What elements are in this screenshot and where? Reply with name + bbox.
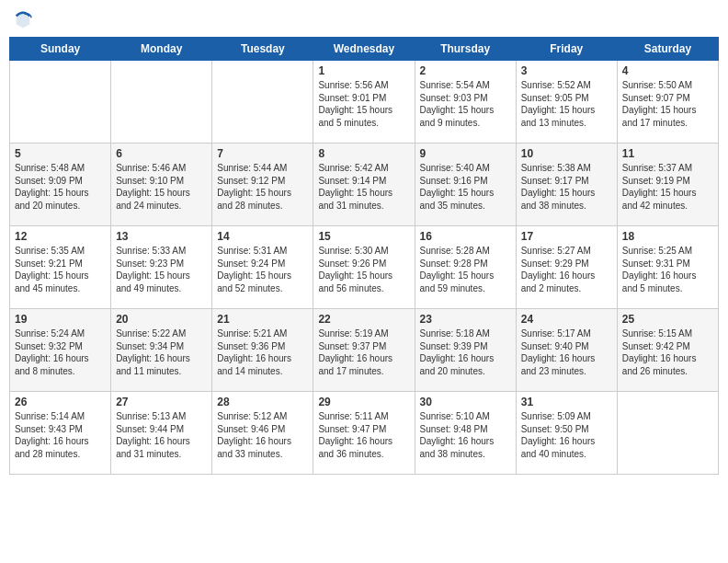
day-info: Sunrise: 5:09 AM Sunset: 9:50 PM Dayligh… xyxy=(521,410,612,460)
day-number: 7 xyxy=(217,147,308,160)
calendar-week-1: 1Sunrise: 5:56 AM Sunset: 9:01 PM Daylig… xyxy=(10,61,719,144)
day-number: 23 xyxy=(420,313,511,326)
day-number: 21 xyxy=(217,313,308,326)
day-number: 24 xyxy=(521,313,612,326)
day-info: Sunrise: 5:40 AM Sunset: 9:16 PM Dayligh… xyxy=(420,162,511,212)
day-number: 13 xyxy=(116,230,207,243)
day-number: 26 xyxy=(15,396,106,408)
header-row: SundayMondayTuesdayWednesdayThursdayFrid… xyxy=(10,38,719,61)
day-info: Sunrise: 5:50 AM Sunset: 9:07 PM Dayligh… xyxy=(622,79,713,129)
day-number: 3 xyxy=(521,64,612,77)
day-number: 31 xyxy=(521,396,612,408)
calendar-cell: 16Sunrise: 5:28 AM Sunset: 9:28 PM Dayli… xyxy=(415,226,516,309)
calendar-cell xyxy=(111,61,212,144)
calendar-cell: 17Sunrise: 5:27 AM Sunset: 9:29 PM Dayli… xyxy=(516,226,617,309)
day-info: Sunrise: 5:21 AM Sunset: 9:36 PM Dayligh… xyxy=(217,327,308,377)
calendar-cell xyxy=(212,61,313,144)
day-info: Sunrise: 5:33 AM Sunset: 9:23 PM Dayligh… xyxy=(116,245,207,294)
day-number: 28 xyxy=(217,396,308,408)
day-info: Sunrise: 5:22 AM Sunset: 9:34 PM Dayligh… xyxy=(116,327,207,377)
calendar-cell: 24Sunrise: 5:17 AM Sunset: 9:40 PM Dayli… xyxy=(516,309,617,392)
day-info: Sunrise: 5:35 AM Sunset: 9:21 PM Dayligh… xyxy=(15,245,106,294)
day-number: 2 xyxy=(420,64,511,77)
day-number: 27 xyxy=(116,396,207,408)
calendar-cell: 6Sunrise: 5:46 AM Sunset: 9:10 PM Daylig… xyxy=(111,144,212,226)
calendar-cell: 9Sunrise: 5:40 AM Sunset: 9:16 PM Daylig… xyxy=(415,144,516,226)
day-number: 4 xyxy=(622,64,713,77)
day-number: 12 xyxy=(15,230,106,243)
logo xyxy=(13,9,37,29)
day-info: Sunrise: 5:17 AM Sunset: 9:40 PM Dayligh… xyxy=(521,327,612,377)
calendar-cell: 11Sunrise: 5:37 AM Sunset: 9:19 PM Dayli… xyxy=(617,144,718,226)
day-info: Sunrise: 5:12 AM Sunset: 9:46 PM Dayligh… xyxy=(217,410,308,460)
day-info: Sunrise: 5:38 AM Sunset: 9:17 PM Dayligh… xyxy=(521,162,612,212)
day-number: 18 xyxy=(622,230,713,243)
day-info: Sunrise: 5:10 AM Sunset: 9:48 PM Dayligh… xyxy=(420,410,511,460)
day-header-saturday: Saturday xyxy=(617,38,718,61)
day-info: Sunrise: 5:15 AM Sunset: 9:42 PM Dayligh… xyxy=(622,327,713,377)
day-number: 30 xyxy=(420,396,511,408)
day-number: 19 xyxy=(15,313,106,326)
calendar-cell: 29Sunrise: 5:11 AM Sunset: 9:47 PM Dayli… xyxy=(313,392,415,475)
day-number: 20 xyxy=(116,313,207,326)
day-info: Sunrise: 5:56 AM Sunset: 9:01 PM Dayligh… xyxy=(318,79,409,129)
day-header-monday: Monday xyxy=(111,38,212,61)
calendar-cell: 15Sunrise: 5:30 AM Sunset: 9:26 PM Dayli… xyxy=(313,226,415,309)
calendar-body: 1Sunrise: 5:56 AM Sunset: 9:01 PM Daylig… xyxy=(10,61,719,475)
calendar-cell: 12Sunrise: 5:35 AM Sunset: 9:21 PM Dayli… xyxy=(10,226,111,309)
day-number: 17 xyxy=(521,230,612,243)
day-info: Sunrise: 5:25 AM Sunset: 9:31 PM Dayligh… xyxy=(622,245,713,294)
day-number: 1 xyxy=(318,64,409,77)
calendar-cell: 27Sunrise: 5:13 AM Sunset: 9:44 PM Dayli… xyxy=(111,392,212,475)
day-info: Sunrise: 5:37 AM Sunset: 9:19 PM Dayligh… xyxy=(622,162,713,212)
day-info: Sunrise: 5:52 AM Sunset: 9:05 PM Dayligh… xyxy=(521,79,612,129)
day-number: 14 xyxy=(217,230,308,243)
calendar-cell: 25Sunrise: 5:15 AM Sunset: 9:42 PM Dayli… xyxy=(617,309,718,392)
calendar-cell: 1Sunrise: 5:56 AM Sunset: 9:01 PM Daylig… xyxy=(313,61,415,144)
calendar-cell: 22Sunrise: 5:19 AM Sunset: 9:37 PM Dayli… xyxy=(313,309,415,392)
day-number: 16 xyxy=(420,230,511,243)
calendar-week-5: 26Sunrise: 5:14 AM Sunset: 9:43 PM Dayli… xyxy=(10,392,719,475)
day-number: 8 xyxy=(318,147,409,160)
calendar-cell: 18Sunrise: 5:25 AM Sunset: 9:31 PM Dayli… xyxy=(617,226,718,309)
day-number: 25 xyxy=(622,313,713,326)
day-info: Sunrise: 5:13 AM Sunset: 9:44 PM Dayligh… xyxy=(116,410,207,460)
day-number: 9 xyxy=(420,147,511,160)
page-header xyxy=(9,9,719,29)
day-number: 6 xyxy=(116,147,207,160)
calendar-cell: 19Sunrise: 5:24 AM Sunset: 9:32 PM Dayli… xyxy=(10,309,111,392)
calendar-cell: 2Sunrise: 5:54 AM Sunset: 9:03 PM Daylig… xyxy=(415,61,516,144)
calendar-cell: 21Sunrise: 5:21 AM Sunset: 9:36 PM Dayli… xyxy=(212,309,313,392)
day-header-sunday: Sunday xyxy=(10,38,111,61)
day-header-friday: Friday xyxy=(516,38,617,61)
day-info: Sunrise: 5:24 AM Sunset: 9:32 PM Dayligh… xyxy=(15,327,106,377)
calendar-cell: 3Sunrise: 5:52 AM Sunset: 9:05 PM Daylig… xyxy=(516,61,617,144)
day-header-thursday: Thursday xyxy=(415,38,516,61)
calendar-cell: 14Sunrise: 5:31 AM Sunset: 9:24 PM Dayli… xyxy=(212,226,313,309)
calendar-week-2: 5Sunrise: 5:48 AM Sunset: 9:09 PM Daylig… xyxy=(10,144,719,226)
day-info: Sunrise: 5:46 AM Sunset: 9:10 PM Dayligh… xyxy=(116,162,207,212)
day-info: Sunrise: 5:54 AM Sunset: 9:03 PM Dayligh… xyxy=(420,79,511,129)
calendar-cell xyxy=(10,61,111,144)
calendar-week-4: 19Sunrise: 5:24 AM Sunset: 9:32 PM Dayli… xyxy=(10,309,719,392)
day-header-tuesday: Tuesday xyxy=(212,38,313,61)
day-info: Sunrise: 5:27 AM Sunset: 9:29 PM Dayligh… xyxy=(521,245,612,294)
day-info: Sunrise: 5:18 AM Sunset: 9:39 PM Dayligh… xyxy=(420,327,511,377)
calendar-cell: 30Sunrise: 5:10 AM Sunset: 9:48 PM Dayli… xyxy=(415,392,516,475)
calendar-cell: 20Sunrise: 5:22 AM Sunset: 9:34 PM Dayli… xyxy=(111,309,212,392)
calendar-cell: 7Sunrise: 5:44 AM Sunset: 9:12 PM Daylig… xyxy=(212,144,313,226)
calendar-cell: 28Sunrise: 5:12 AM Sunset: 9:46 PM Dayli… xyxy=(212,392,313,475)
day-info: Sunrise: 5:42 AM Sunset: 9:14 PM Dayligh… xyxy=(318,162,409,212)
day-info: Sunrise: 5:28 AM Sunset: 9:28 PM Dayligh… xyxy=(420,245,511,294)
calendar-cell xyxy=(617,392,718,475)
day-number: 5 xyxy=(15,147,106,160)
day-info: Sunrise: 5:19 AM Sunset: 9:37 PM Dayligh… xyxy=(318,327,409,377)
day-info: Sunrise: 5:11 AM Sunset: 9:47 PM Dayligh… xyxy=(318,410,409,460)
calendar-header: SundayMondayTuesdayWednesdayThursdayFrid… xyxy=(10,38,719,61)
calendar-cell: 10Sunrise: 5:38 AM Sunset: 9:17 PM Dayli… xyxy=(516,144,617,226)
day-number: 11 xyxy=(622,147,713,160)
day-header-wednesday: Wednesday xyxy=(313,38,415,61)
logo-icon xyxy=(13,9,33,29)
day-number: 15 xyxy=(318,230,409,243)
calendar-cell: 5Sunrise: 5:48 AM Sunset: 9:09 PM Daylig… xyxy=(10,144,111,226)
